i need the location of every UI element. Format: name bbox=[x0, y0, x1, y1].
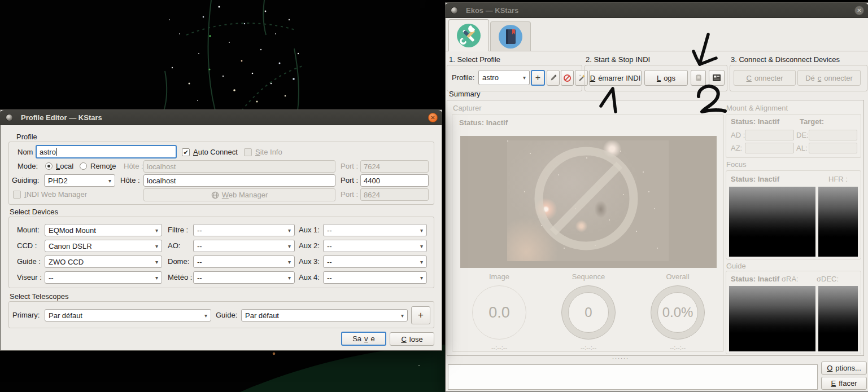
clear-button[interactable]: Effacer bbox=[821, 377, 867, 390]
progress-image: Image 0.0 --:--:-- bbox=[457, 272, 542, 351]
start-indi-button[interactable]: Démarrer INDI bbox=[589, 70, 642, 86]
ao-device-label: AO: bbox=[168, 240, 180, 252]
web-port-input[interactable]: 8624 bbox=[360, 188, 429, 201]
text-cursor bbox=[56, 148, 57, 156]
guide-sigma-dec-label: σDEC: bbox=[817, 273, 839, 285]
tab-scheduler[interactable] bbox=[490, 21, 531, 51]
close-icon[interactable]: ✕ bbox=[854, 6, 864, 15]
profile-editor-window: Profile Editor — KStars ✕ Profile Nom : … bbox=[0, 109, 442, 351]
aux3-device-select[interactable]: --▾ bbox=[323, 256, 427, 268]
window-title: Ekos — KStars bbox=[466, 6, 518, 15]
disconnect-button[interactable]: Déconnecter bbox=[797, 70, 861, 86]
mode-remote-radio[interactable] bbox=[80, 162, 87, 170]
name-input[interactable]: astro bbox=[36, 145, 177, 158]
progress-image-value: 0.0 bbox=[488, 304, 510, 321]
capture-status-label: Status: Inactif bbox=[459, 117, 508, 129]
add-profile-button[interactable]: + bbox=[531, 70, 545, 86]
guide-status: Status: Inactif bbox=[731, 273, 779, 285]
indi-control-panel-button[interactable] bbox=[691, 70, 706, 86]
site-info-checkbox[interactable] bbox=[244, 148, 252, 156]
edit-profile-button[interactable] bbox=[547, 70, 560, 86]
options-button[interactable]: Options... bbox=[821, 362, 867, 375]
weather-device-select[interactable]: --▾ bbox=[193, 271, 295, 284]
viewer-device-select[interactable]: --▾ bbox=[45, 271, 162, 284]
guide-group: Status: Inactif σRA: σDEC: bbox=[726, 271, 861, 354]
add-telescope-button[interactable]: + bbox=[411, 306, 430, 324]
guider-port-input[interactable]: 4400 bbox=[360, 174, 429, 187]
indi-web-manager-checkbox[interactable] bbox=[13, 191, 21, 199]
primary-telescope-select[interactable]: Par défaut▾ bbox=[45, 309, 211, 321]
auto-connect-checkbox[interactable]: ✔ bbox=[182, 148, 190, 156]
window-icon bbox=[6, 114, 13, 121]
ccd-device-label: CCD : bbox=[17, 240, 37, 252]
focus-status: Status: Inactif bbox=[731, 173, 779, 186]
focus-group: Status: Inactif HFR : bbox=[726, 170, 861, 259]
guide-telescope-select[interactable]: Par défaut▾ bbox=[241, 309, 408, 321]
chevron-down-icon: ▾ bbox=[285, 259, 291, 265]
chevron-down-icon: ▾ bbox=[201, 312, 207, 319]
summary-panel: Capturer Status: Inactif Image bbox=[447, 100, 864, 356]
stop-icon bbox=[563, 74, 572, 82]
profile-label: Profile: bbox=[452, 72, 474, 84]
splitter-handle[interactable]: ······ bbox=[612, 355, 697, 361]
progress-overall-label: Overall bbox=[635, 272, 720, 281]
mount-status: Status: Inactif bbox=[731, 116, 779, 128]
telescopes-section-frame: Primary: Par défaut▾ Guide: Par défaut▾ … bbox=[8, 301, 434, 328]
chevron-down-icon: ▾ bbox=[152, 275, 158, 281]
message-log-box[interactable] bbox=[448, 364, 818, 390]
auto-connect-label[interactable]: Auto Connect bbox=[193, 146, 238, 158]
aux1-device-select[interactable]: --▾ bbox=[323, 224, 427, 236]
editor-titlebar[interactable]: Profile Editor — KStars ✕ bbox=[0, 110, 442, 125]
guiding-select[interactable]: PHD2 ▾ bbox=[44, 174, 115, 187]
aux2-device-select[interactable]: --▾ bbox=[323, 240, 427, 252]
guide-device-select[interactable]: ZWO CCD▾ bbox=[45, 256, 162, 268]
remote-host-input[interactable]: localhost bbox=[143, 160, 335, 173]
delete-profile-button[interactable] bbox=[561, 70, 574, 86]
close-button[interactable]: Close bbox=[390, 332, 434, 346]
save-button[interactable]: Save bbox=[341, 332, 386, 346]
mode-label: Mode: bbox=[18, 160, 38, 173]
guide-drift-plot bbox=[729, 286, 815, 351]
progress-overall: Overall 0.0% --:--:-- bbox=[635, 272, 720, 351]
mount-device-select[interactable]: EQMod Mount▾ bbox=[45, 224, 162, 236]
logs-button[interactable]: Logs bbox=[644, 70, 688, 86]
desktop: Ekos — KStars ✕ 1. Se bbox=[0, 0, 868, 392]
close-icon[interactable]: ✕ bbox=[428, 113, 438, 122]
focus-profile-plot bbox=[729, 187, 815, 257]
mount-group-title: Mount & Alignment bbox=[726, 104, 788, 112]
web-manager-button[interactable]: Web Manager bbox=[143, 188, 335, 201]
tab-ekos-setup[interactable] bbox=[448, 19, 489, 51]
dome-device-select[interactable]: --▾ bbox=[193, 256, 295, 268]
ekos-options-button[interactable] bbox=[709, 70, 725, 86]
profile-select-value: astro bbox=[482, 73, 499, 82]
capture-group-title: Capturer bbox=[453, 104, 482, 112]
nebula-preview-image bbox=[507, 140, 669, 261]
dome-device-label: Dome: bbox=[168, 256, 189, 268]
connect-groupbox: Connecter Déconnecter bbox=[730, 65, 867, 91]
indi-web-manager-label: INDI Web Manager bbox=[24, 188, 87, 201]
indi-groupbox: Démarrer INDI Logs bbox=[585, 65, 727, 91]
guider-host-input[interactable]: localhost bbox=[143, 174, 335, 187]
chevron-down-icon: ▾ bbox=[285, 227, 291, 234]
filter-device-select[interactable]: --▾ bbox=[193, 224, 295, 236]
mode-remote-label[interactable]: Remote bbox=[90, 160, 116, 173]
progress-sequence-label: Sequence bbox=[546, 272, 631, 281]
mount-target-label: Target: bbox=[800, 116, 824, 128]
remote-port-input[interactable]: 7624 bbox=[360, 160, 429, 173]
mode-local-label[interactable]: Local bbox=[56, 160, 73, 173]
connect-button[interactable]: Connecter bbox=[734, 70, 796, 86]
mount-al-field bbox=[809, 143, 857, 153]
chevron-down-icon: ▾ bbox=[105, 178, 111, 184]
ao-device-select[interactable]: --▾ bbox=[193, 240, 295, 252]
ccd-device-select[interactable]: Canon DSLR▾ bbox=[45, 240, 162, 252]
profile-groupbox: Profile: astro ▾ + bbox=[447, 65, 582, 91]
mount-group: Status: Inactif Target: AD : DE: AZ: AL: bbox=[726, 114, 861, 158]
devices-section-label: Select Devices bbox=[10, 208, 58, 216]
chevron-down-icon: ▾ bbox=[152, 243, 158, 249]
profile-select[interactable]: astro ▾ bbox=[478, 70, 530, 85]
aux3-device-label: Aux 3: bbox=[299, 256, 320, 268]
progress-image-label: Image bbox=[457, 272, 542, 281]
ekos-titlebar[interactable]: Ekos — KStars ✕ bbox=[445, 3, 868, 18]
mode-local-radio[interactable] bbox=[45, 162, 53, 170]
aux4-device-select[interactable]: --▾ bbox=[323, 271, 427, 284]
